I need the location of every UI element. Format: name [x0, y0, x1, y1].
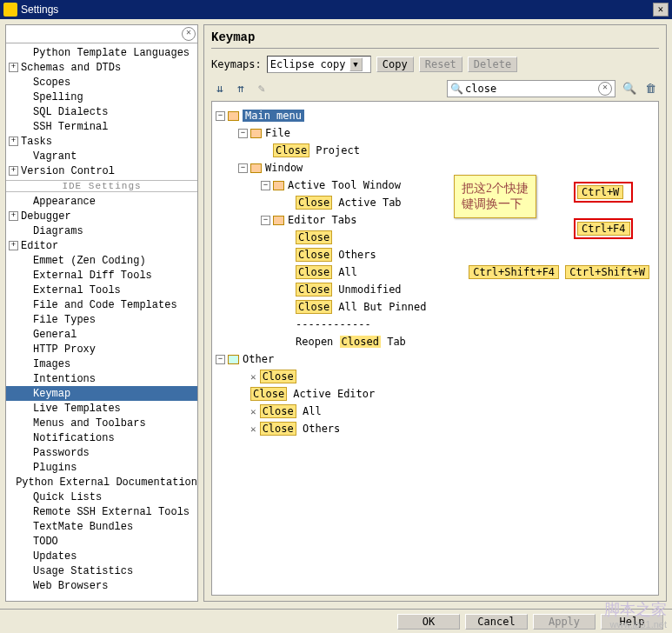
- keymaps-combo[interactable]: Eclipse copy ▼: [267, 56, 371, 73]
- trash-icon[interactable]: 🗑: [643, 82, 657, 96]
- sidebar-item[interactable]: Python Template Languages: [6, 45, 197, 60]
- tree-node-window[interactable]: Window: [265, 162, 303, 174]
- tree-node-editor-tabs[interactable]: Editor Tabs: [288, 214, 356, 226]
- reset-button[interactable]: Reset: [419, 57, 462, 72]
- sidebar-item[interactable]: Quick Lists: [6, 490, 197, 504]
- expand-icon[interactable]: +: [9, 166, 18, 176]
- sidebar-item-label: Intentions: [33, 373, 96, 385]
- sidebar-item[interactable]: Emmet (Zen Coding): [6, 253, 197, 268]
- sidebar-item[interactable]: External Diff Tools: [6, 268, 197, 283]
- tree-root[interactable]: Main menu: [243, 110, 304, 122]
- sidebar-item[interactable]: +Editor: [6, 238, 197, 253]
- ok-button[interactable]: OK: [397, 614, 460, 630]
- tree-collapse-icon[interactable]: −: [216, 111, 225, 121]
- apply-button[interactable]: Apply: [533, 614, 595, 630]
- delete-button[interactable]: Delete: [468, 57, 517, 72]
- action-other-close-others[interactable]: Close Others: [260, 423, 341, 435]
- action-close-others[interactable]: Close Others: [296, 249, 376, 261]
- sidebar-item[interactable]: External Tools: [6, 283, 197, 297]
- sidebar-item-label: TODO: [33, 536, 58, 548]
- tree-collapse-icon[interactable]: −: [261, 216, 270, 225]
- expand-icon[interactable]: +: [9, 211, 18, 221]
- clear-icon[interactable]: ✕: [182, 27, 196, 41]
- sidebar-item[interactable]: Appearance: [6, 194, 197, 209]
- sidebar-item[interactable]: Passwords: [6, 445, 197, 460]
- sidebar-item[interactable]: File and Code Templates: [6, 297, 197, 312]
- tree-node-file[interactable]: File: [265, 127, 290, 139]
- action-search[interactable]: 🔍 ✕: [447, 80, 615, 97]
- sidebar-item[interactable]: +Debugger: [6, 209, 197, 223]
- find-shortcut-icon[interactable]: 🔍: [622, 82, 636, 96]
- action-close-unmodified[interactable]: Close Unmodified: [296, 283, 402, 296]
- sidebar-item[interactable]: General: [6, 327, 197, 342]
- sidebar-item[interactable]: Notifications: [6, 430, 197, 445]
- sidebar-item[interactable]: Plugins: [6, 460, 197, 475]
- close-icon[interactable]: ×: [653, 3, 669, 17]
- sidebar-item[interactable]: Keymap: [6, 386, 197, 401]
- sidebar-item-label: Python External Documentation: [16, 476, 197, 489]
- tree-node-active-tool-window[interactable]: Active Tool Window: [288, 179, 401, 191]
- sidebar-item[interactable]: Diagrams: [6, 223, 197, 238]
- sidebar-item-label: External Diff Tools: [33, 270, 152, 282]
- sidebar-item[interactable]: TODO: [6, 534, 197, 549]
- sidebar-item[interactable]: +Version Control: [6, 163, 197, 178]
- sidebar-item[interactable]: Images: [6, 356, 197, 371]
- cancel-button[interactable]: Cancel: [465, 614, 528, 630]
- edit-icon[interactable]: ✎: [255, 82, 269, 96]
- chevron-down-icon[interactable]: ▼: [349, 57, 363, 71]
- sidebar-item-label: Updates: [33, 550, 77, 563]
- sidebar-item[interactable]: File Types: [6, 312, 197, 327]
- action-other-close-active-editor[interactable]: Close Active Editor: [250, 388, 375, 400]
- sidebar-item[interactable]: Vagrant: [6, 149, 197, 163]
- sidebar-item-label: Remote SSH External Tools: [33, 506, 190, 518]
- tree-collapse-icon[interactable]: −: [238, 129, 248, 138]
- sidebar-item-label: TextMate Bundles: [33, 521, 133, 533]
- sidebar-item[interactable]: HTTP Proxy: [6, 342, 197, 356]
- action-close-all[interactable]: Close All: [296, 266, 357, 278]
- keymaps-label: Keymaps:: [211, 58, 262, 70]
- sidebar-search[interactable]: ✕: [6, 25, 197, 43]
- sidebar-item[interactable]: Intentions: [6, 371, 197, 386]
- expand-icon[interactable]: +: [9, 137, 18, 146]
- action-other-close[interactable]: Close: [260, 370, 296, 383]
- action-other-close-all[interactable]: Close All: [260, 405, 322, 417]
- sidebar-item[interactable]: Menus and Toolbars: [6, 416, 197, 430]
- sidebar-item[interactable]: Scopes: [6, 75, 197, 90]
- help-button[interactable]: Help: [601, 614, 663, 630]
- tree-collapse-icon[interactable]: −: [261, 181, 270, 190]
- sidebar-item-label: SSH Terminal: [33, 121, 108, 133]
- action-close-project[interactable]: Close Project: [273, 144, 360, 157]
- action-reopen-closed-tab[interactable]: Reopen Closed Tab: [296, 336, 406, 348]
- sidebar-item-label: Tasks: [21, 136, 52, 148]
- sidebar-item-label: Web Browsers: [33, 580, 108, 592]
- expand-all-icon[interactable]: ⇊: [213, 82, 227, 96]
- expand-icon[interactable]: +: [9, 63, 18, 72]
- tree-collapse-icon[interactable]: −: [216, 355, 225, 364]
- action-close-all-but-pinned[interactable]: Close All But Pinned: [296, 301, 427, 313]
- copy-button[interactable]: Copy: [376, 57, 414, 72]
- sidebar-item[interactable]: +Schemas and DTDs: [6, 60, 197, 75]
- action-close[interactable]: Close: [296, 231, 332, 243]
- sidebar-item[interactable]: SSH Terminal: [6, 119, 197, 134]
- sidebar-search-input[interactable]: [8, 27, 182, 41]
- folder-icon: [250, 129, 262, 138]
- action-close-active-tab[interactable]: Close Active Tab: [296, 197, 402, 209]
- sidebar-item-label: Keymap: [33, 388, 70, 400]
- sidebar-item[interactable]: TextMate Bundles: [6, 519, 197, 534]
- sidebar-item[interactable]: Python External Documentation: [6, 475, 197, 490]
- clear-search-icon[interactable]: ✕: [598, 82, 612, 96]
- sidebar-item[interactable]: Usage Statistics: [6, 563, 197, 578]
- sidebar-item[interactable]: Remote SSH External Tools: [6, 504, 197, 519]
- sidebar-item[interactable]: SQL Dialects: [6, 104, 197, 119]
- expand-icon[interactable]: +: [9, 241, 18, 250]
- sidebar-item[interactable]: Updates: [6, 549, 197, 563]
- sidebar-item[interactable]: Live Templates: [6, 401, 197, 416]
- tree-node-other[interactable]: Other: [243, 353, 274, 365]
- sidebar-item[interactable]: Web Browsers: [6, 578, 197, 593]
- action-search-input[interactable]: [465, 83, 598, 95]
- sidebar-item[interactable]: +Tasks: [6, 134, 197, 149]
- page-title: Keymap: [211, 30, 659, 49]
- collapse-all-icon[interactable]: ⇈: [234, 82, 248, 96]
- sidebar-item[interactable]: Spelling: [6, 90, 197, 104]
- tree-collapse-icon[interactable]: −: [238, 163, 248, 173]
